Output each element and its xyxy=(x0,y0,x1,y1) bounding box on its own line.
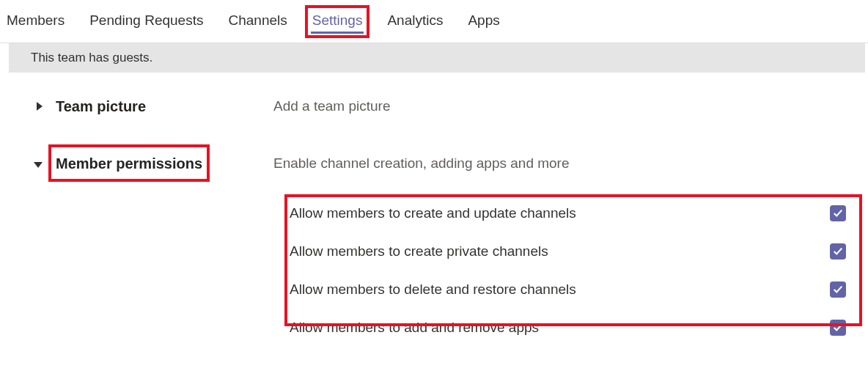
checkbox-delete-restore-channels[interactable] xyxy=(830,282,846,298)
tab-members[interactable]: Members xyxy=(5,12,66,34)
permissions-list: Allow members to create and update chann… xyxy=(273,194,862,347)
caret-right-icon xyxy=(35,103,43,111)
check-icon xyxy=(833,323,843,333)
check-icon xyxy=(833,246,843,257)
tab-apps[interactable]: Apps xyxy=(466,12,501,34)
section-member-permissions: Member permissions Enable channel creati… xyxy=(9,155,865,172)
check-icon xyxy=(833,208,843,218)
perm-row-delete-restore-channels: Allow members to delete and restore chan… xyxy=(273,271,862,309)
perm-label: Allow members to add and remove apps xyxy=(290,320,539,336)
info-bar: This team has guests. xyxy=(9,43,865,73)
perm-row-create-private-channels: Allow members to create private channels xyxy=(273,232,862,271)
checkbox-create-private-channels[interactable] xyxy=(830,243,846,260)
tabs-bar: Members Pending Requests Channels Settin… xyxy=(0,0,868,43)
perm-row-add-remove-apps: Allow members to add and remove apps xyxy=(273,309,862,347)
check-icon xyxy=(833,284,843,295)
section-title-team-picture: Team picture xyxy=(56,98,146,115)
settings-content: Team picture Add a team picture Member p… xyxy=(9,73,865,347)
section-desc-team-picture: Add a team picture xyxy=(273,98,390,114)
perm-label: Allow members to create and update chann… xyxy=(290,205,576,221)
perm-row-create-update-channels: Allow members to create and update chann… xyxy=(273,194,862,232)
section-title-member-permissions: Member permissions xyxy=(56,155,202,172)
caret-down-icon xyxy=(35,161,43,168)
tab-analytics[interactable]: Analytics xyxy=(386,12,444,34)
checkbox-add-remove-apps[interactable] xyxy=(830,320,846,336)
perm-label: Allow members to delete and restore chan… xyxy=(290,282,576,298)
tab-channels[interactable]: Channels xyxy=(227,12,288,34)
checkbox-create-update-channels[interactable] xyxy=(830,205,846,221)
tab-settings[interactable]: Settings xyxy=(311,12,364,34)
section-header-team-picture[interactable]: Team picture xyxy=(35,98,273,115)
tab-pending-requests[interactable]: Pending Requests xyxy=(88,12,205,34)
section-desc-member-permissions: Enable channel creation, adding apps and… xyxy=(273,155,570,172)
section-header-member-permissions[interactable]: Member permissions xyxy=(35,155,273,172)
perm-label: Allow members to create private channels xyxy=(290,243,548,260)
section-team-picture: Team picture Add a team picture xyxy=(9,98,865,115)
